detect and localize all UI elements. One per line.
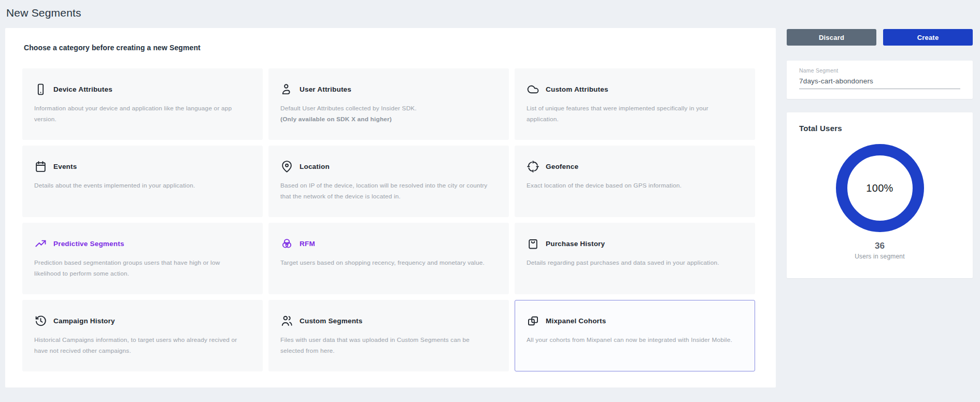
cloud-icon xyxy=(527,83,539,96)
category-card-campaign-history[interactable]: Campaign HistoryHistorical Campaigns inf… xyxy=(22,300,263,371)
shopping-bag-icon xyxy=(527,237,539,250)
category-card-device-attributes[interactable]: Device AttributesInformation about your … xyxy=(22,68,263,140)
users-icon xyxy=(280,314,293,327)
category-card-custom-segments[interactable]: Custom SegmentsFiles with user data that… xyxy=(268,300,509,371)
category-title: Mixpanel Cohorts xyxy=(546,317,606,325)
category-description: Information about your device and applic… xyxy=(34,103,247,124)
category-card-header: Predictive Segments xyxy=(34,237,247,250)
category-card-rfm[interactable]: RFMTarget users based on shopping recenc… xyxy=(268,223,509,294)
category-card-header: Custom Attributes xyxy=(527,83,739,96)
sidebar: Discard Create Name Segment Total Users … xyxy=(787,29,973,278)
category-card-header: Mixpanel Cohorts xyxy=(527,314,739,327)
name-segment-card: Name Segment xyxy=(787,61,973,99)
page-title: New Segments xyxy=(6,7,81,19)
category-card-events[interactable]: EventsDetails about the events implement… xyxy=(22,146,263,217)
category-card-header: Geofence xyxy=(527,160,739,173)
category-card-header: RFM xyxy=(280,237,493,250)
map-pin-icon xyxy=(280,160,293,173)
users-in-segment-count: 36 xyxy=(799,241,960,251)
category-card-predictive-segments[interactable]: Predictive SegmentsPrediction based segm… xyxy=(22,223,263,294)
category-card-header: Events xyxy=(34,160,247,173)
category-description: Prediction based segmentation groups use… xyxy=(34,257,247,279)
action-buttons: Discard Create xyxy=(787,29,973,46)
category-description: Default User Attributes collected by Ins… xyxy=(280,103,493,114)
category-card-header: Campaign History xyxy=(34,314,247,327)
category-card-location[interactable]: LocationBased on IP of the device, locat… xyxy=(268,146,509,217)
total-users-card: Total Users 100% 36 Users in segment xyxy=(787,112,973,278)
category-description: Details regarding past purchases and dat… xyxy=(527,257,739,268)
category-description: Historical Campaigns information, to tar… xyxy=(34,335,247,356)
mobile-device-icon xyxy=(34,83,47,96)
category-card-purchase-history[interactable]: Purchase HistoryDetails regarding past p… xyxy=(515,223,755,294)
venn-diagram-icon xyxy=(280,237,293,250)
category-title: Location xyxy=(300,163,330,170)
category-description: All your cohorts from Mixpanel can now b… xyxy=(527,335,739,346)
category-card-header: Location xyxy=(280,160,493,173)
calendar-icon xyxy=(34,160,47,173)
category-title: Custom Segments xyxy=(300,317,363,325)
category-title: User Attributes xyxy=(300,85,351,93)
category-description: Based on IP of the device, location will… xyxy=(280,180,493,202)
category-title: Events xyxy=(53,163,77,170)
category-description: List of unique features that were implem… xyxy=(527,103,739,124)
history-icon xyxy=(34,314,47,327)
category-title: Device Attributes xyxy=(53,85,112,93)
category-card-header: User Attributes xyxy=(280,83,493,96)
category-card-geofence[interactable]: GeofenceExact location of the device bas… xyxy=(515,146,755,217)
category-description: Exact location of the device based on GP… xyxy=(527,180,739,191)
category-grid: Device AttributesInformation about your … xyxy=(22,68,761,371)
category-card-custom-attributes[interactable]: Custom AttributesList of unique features… xyxy=(515,68,755,140)
name-segment-input[interactable] xyxy=(799,75,960,89)
name-segment-label: Name Segment xyxy=(799,67,960,74)
category-card-header: Purchase History xyxy=(527,237,739,250)
crosshair-icon xyxy=(527,160,539,173)
category-panel: Choose a category before creating a new … xyxy=(5,28,776,387)
total-users-donut-chart: 100% xyxy=(836,144,924,232)
user-icon xyxy=(280,83,293,96)
category-description: Details about the events implemented in … xyxy=(34,180,247,191)
category-card-user-attributes[interactable]: User AttributesDefault User Attributes c… xyxy=(268,68,509,140)
donut-percent-label: 100% xyxy=(866,182,893,194)
category-title: RFM xyxy=(300,240,315,248)
users-in-segment-caption: Users in segment xyxy=(799,253,960,260)
discard-button[interactable]: Discard xyxy=(787,29,876,46)
category-description-note: (Only available on SDK X and higher) xyxy=(280,114,493,125)
category-description: Files with user data that was uploaded i… xyxy=(280,335,493,356)
category-title: Geofence xyxy=(546,163,578,170)
category-description: Target users based on shopping recency, … xyxy=(280,257,493,268)
category-card-header: Device Attributes xyxy=(34,83,247,96)
create-button[interactable]: Create xyxy=(883,29,973,46)
integration-icon xyxy=(527,314,539,327)
category-card-mixpanel-cohorts[interactable]: Mixpanel CohortsAll your cohorts from Mi… xyxy=(515,300,755,371)
category-title: Campaign History xyxy=(53,317,115,325)
category-card-header: Custom Segments xyxy=(280,314,493,327)
trending-up-icon xyxy=(34,237,47,250)
category-title: Predictive Segments xyxy=(53,240,124,248)
panel-heading: Choose a category before creating a new … xyxy=(24,44,761,52)
total-users-title: Total Users xyxy=(799,124,960,133)
category-title: Purchase History xyxy=(546,240,605,248)
category-title: Custom Attributes xyxy=(546,85,608,93)
